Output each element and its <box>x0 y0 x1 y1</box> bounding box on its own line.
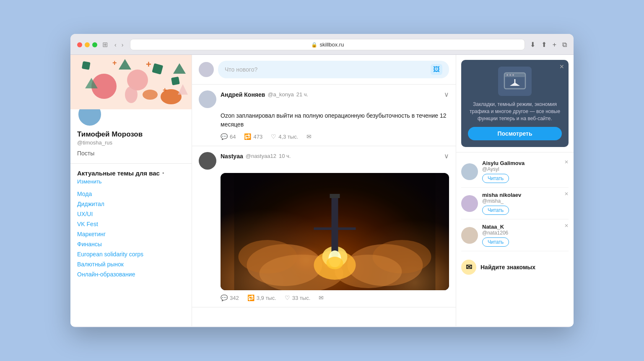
tweet-author-name-1: Андрей Коняев <box>221 91 265 98</box>
share-icon[interactable]: ⬆ <box>541 41 547 49</box>
address-bar[interactable]: 🔒 skillbox.ru <box>130 39 525 50</box>
dm-icon-1: ✉ <box>306 133 312 140</box>
follow-info-1: misha nikolaev @misha_ Читать <box>482 192 569 215</box>
follow-avatar-2 <box>461 227 478 244</box>
tweet-reply-count-1: 64 <box>230 134 236 140</box>
profile-banner: + + + <box>70 55 192 109</box>
tweet-retweet-2[interactable]: 🔁 3,9 тыс. <box>247 294 276 301</box>
browser-icon <box>502 71 527 92</box>
topic-item[interactable]: Маркетинг <box>77 229 185 239</box>
rocket-svg-overlay <box>221 173 449 290</box>
svg-point-34 <box>509 74 511 76</box>
tweet-time-2: 10 ч. <box>279 153 291 159</box>
reply-icon-1: 💬 <box>221 133 228 140</box>
tweet-dm-1[interactable]: ✉ <box>306 133 312 140</box>
topic-item[interactable]: VK Fest <box>77 219 185 229</box>
topics-change-link[interactable]: Изменить <box>77 178 185 185</box>
follow-item-1: misha nikolaev @misha_ Читать ✕ <box>461 188 569 219</box>
traffic-lights <box>77 42 97 47</box>
new-tab-icon[interactable]: + <box>553 41 556 49</box>
tweet-like-2[interactable]: ♡ 33 тыс. <box>285 294 310 301</box>
follow-avatar-1 <box>461 195 478 212</box>
sidebar-toggle-icon[interactable]: ⊞ <box>102 41 108 49</box>
back-arrow[interactable]: ‹ <box>113 41 118 49</box>
download-icon[interactable]: ⬇ <box>530 41 535 49</box>
compose-placeholder: Что нового? <box>225 66 257 73</box>
tweet-more-icon-2[interactable]: ∨ <box>444 152 449 160</box>
tweet-avatar-1 <box>199 90 216 108</box>
tweet-header: Андрей Коняев @a_konya 21 ч. ∨ <box>199 90 449 108</box>
profile-info: Тимофей Морозов @timosha_rus Посты <box>70 109 192 164</box>
tweet-author-name-2: Nastyaa <box>221 153 243 160</box>
follow-close-0[interactable]: ✕ <box>564 159 569 165</box>
follow-info-2: Nataa_K @nata1206 Читать <box>482 224 569 247</box>
tweet-retweet-count-1: 473 <box>253 134 262 140</box>
follow-button-1[interactable]: Читать <box>482 206 509 215</box>
retweet-icon-1: 🔁 <box>244 133 251 140</box>
compose-area: Что нового? 🖼 <box>192 55 456 85</box>
compose-avatar <box>199 62 214 77</box>
topic-item[interactable]: European solidarity corps <box>77 249 185 259</box>
tweet-more-icon-1[interactable]: ∨ <box>444 90 449 98</box>
browser-window: ⊞ ‹ › 🔒 skillbox.ru ⬇ ⬆ + ⧉ <box>70 34 574 327</box>
follow-name-2: Nataa_K <box>482 224 569 230</box>
reply-icon-2: 💬 <box>221 294 228 301</box>
compose-image-icon[interactable]: 🖼 <box>431 64 442 75</box>
tweet-meta-2: Nastyaa @nastyaa12 10 ч. ∨ <box>221 152 449 160</box>
follow-handle-0: @Aysyl <box>482 166 569 172</box>
promo-close-button[interactable]: ✕ <box>559 63 564 70</box>
follow-button-0[interactable]: Читать <box>482 174 509 183</box>
topic-item[interactable]: Валютный рынок <box>77 259 185 269</box>
promo-button[interactable]: Посмотреть <box>468 127 562 140</box>
forward-arrow[interactable]: › <box>120 41 125 49</box>
svg-rect-28 <box>335 227 356 230</box>
follow-item-2: Nataa_K @nata1206 Читать ✕ <box>461 219 569 251</box>
tweet-1: Андрей Коняев @a_konya 21 ч. ∨ Ozon запл… <box>192 85 456 146</box>
posts-label: Посты <box>77 150 185 157</box>
tweet-dm-2[interactable]: ✉ <box>319 294 324 301</box>
maximize-button[interactable] <box>92 42 97 47</box>
follow-close-1[interactable]: ✕ <box>564 191 569 197</box>
svg-point-35 <box>512 74 514 76</box>
topic-item[interactable]: Финансы <box>77 239 185 249</box>
topic-item[interactable]: UX/UI <box>77 209 185 219</box>
svg-rect-5 <box>82 61 91 70</box>
tweet-author-handle-1: @a_konya <box>267 91 293 98</box>
tweet-2: Nastyaa @nastyaa12 10 ч. ∨ <box>192 146 456 307</box>
tweet-like-count-1: 4,3 тыс. <box>278 134 298 140</box>
tweet-reply-count-2: 342 <box>230 295 239 301</box>
svg-point-13 <box>143 90 158 100</box>
close-button[interactable] <box>77 42 82 47</box>
tweet-like-1[interactable]: ♡ 4,3 тыс. <box>271 133 298 140</box>
tweet-reply-2[interactable]: 💬 342 <box>221 294 239 301</box>
topics-dot: • <box>162 170 164 176</box>
tweet-image-2 <box>221 173 449 290</box>
retweet-icon-2: 🔁 <box>247 294 254 301</box>
follow-button-2[interactable]: Читать <box>482 237 509 247</box>
svg-point-33 <box>506 74 508 76</box>
tweet-reply-1[interactable]: 💬 64 <box>221 133 236 140</box>
follow-handle-1: @misha_ <box>482 198 569 204</box>
nav-arrows: ‹ › <box>113 41 125 49</box>
tweet-retweet-1[interactable]: 🔁 473 <box>244 133 262 140</box>
browser-chrome: ⊞ ‹ › 🔒 skillbox.ru ⬇ ⬆ + ⧉ <box>70 34 574 55</box>
topics-header: Актуальные темы для вас • <box>77 170 185 177</box>
minimize-button[interactable] <box>85 42 90 47</box>
tweet-avatar-2 <box>199 152 216 170</box>
topic-item[interactable]: Онлайн-образование <box>77 269 185 279</box>
follow-close-2[interactable]: ✕ <box>564 223 569 229</box>
compose-input[interactable]: Что нового? 🖼 <box>218 61 449 78</box>
profile-handle: @timosha_rus <box>77 139 185 146</box>
promo-icon <box>498 67 532 96</box>
tabs-icon[interactable]: ⧉ <box>562 41 567 49</box>
profile-name: Тимофей Морозов <box>77 130 185 139</box>
promo-banner: ✕ Закладки, темный режим, экономия трафи… <box>461 60 569 147</box>
follow-handle-2: @nata1206 <box>482 230 569 236</box>
topic-item[interactable]: Диджитал <box>77 199 185 209</box>
topic-item[interactable]: Мода <box>77 189 185 199</box>
svg-rect-27 <box>314 227 335 230</box>
who-to-follow: Aisylu Galimova @Aysyl Читать ✕ misha ni… <box>456 152 574 255</box>
follow-item-0: Aisylu Galimova @Aysyl Читать ✕ <box>461 156 569 188</box>
tweet-actions-1: 💬 64 🔁 473 ♡ 4,3 тыс. ✉ <box>221 133 449 140</box>
find-friends[interactable]: ✉ Найдите знакомых <box>456 255 574 280</box>
